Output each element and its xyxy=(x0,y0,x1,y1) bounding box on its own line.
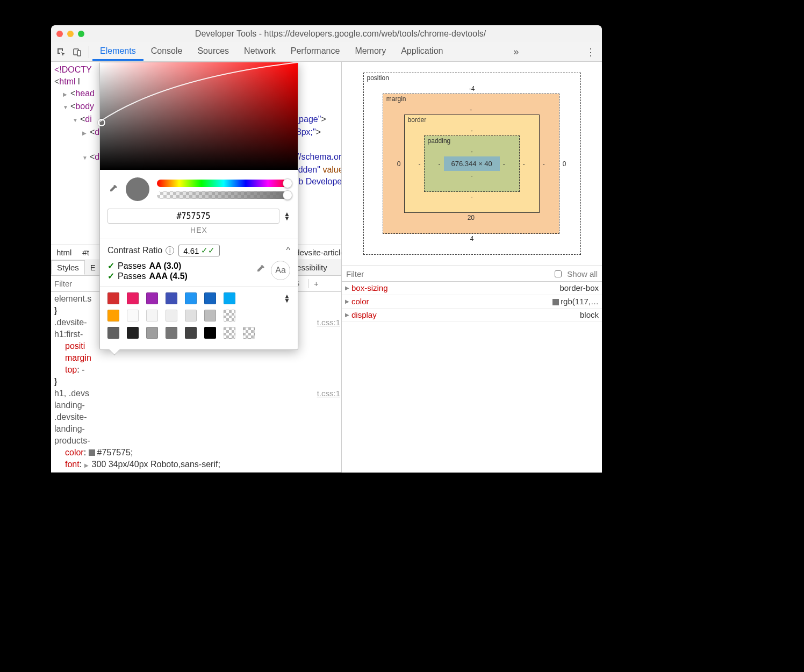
device-toggle-icon[interactable] xyxy=(70,45,84,59)
palette-swatch[interactable] xyxy=(185,292,197,304)
inspect-icon[interactable] xyxy=(54,45,68,59)
styles-filter-input[interactable] xyxy=(51,279,94,288)
passes-aa: ✓Passes AA (3.0) xyxy=(107,261,188,271)
tab-console[interactable]: Console xyxy=(143,43,190,61)
panel-tabs: Elements Console Sources Network Perform… xyxy=(92,43,450,61)
hex-input[interactable] xyxy=(107,209,279,224)
palette-swatch[interactable] xyxy=(224,327,235,339)
right-pane: position -4 margin - 0 border - - xyxy=(341,62,602,473)
content-area: <!DOCTY <html l ▶<head ▼<body ▼<di id="t… xyxy=(51,62,602,473)
color-handle[interactable] xyxy=(98,119,105,126)
hue-slider[interactable] xyxy=(157,180,290,187)
palette-swatch[interactable] xyxy=(185,310,197,321)
tab-sources[interactable]: Sources xyxy=(190,43,236,61)
palette-swatch[interactable] xyxy=(166,310,177,321)
box-content: 676.344 × 40 xyxy=(444,156,500,171)
color-field[interactable] xyxy=(100,62,298,170)
palette-swatch[interactable] xyxy=(127,327,139,339)
palette: ▲▼ xyxy=(100,287,298,349)
crumb[interactable]: #t xyxy=(77,246,95,259)
dom-doctype: <!DOCTY xyxy=(54,65,92,74)
color-picker-popover: ▲▼ HEX Contrast Ratio i 4.61 ✓✓ ^ ✓Passe… xyxy=(99,62,298,350)
computed-filter-input[interactable] xyxy=(346,269,549,278)
palette-swatch[interactable] xyxy=(107,327,119,339)
show-all-label: Show all xyxy=(567,269,598,278)
palette-swatch[interactable] xyxy=(146,292,158,304)
tab-performance[interactable]: Performance xyxy=(283,43,348,61)
tab-application[interactable]: Application xyxy=(393,43,450,61)
pick-bg-color-icon[interactable] xyxy=(255,264,265,277)
color-swatch-icon xyxy=(552,299,559,305)
palette-switcher-icon[interactable]: ▲▼ xyxy=(284,294,290,303)
tab-elements[interactable]: Elements xyxy=(92,43,143,61)
color-value-row: ▲▼ HEX xyxy=(100,209,298,239)
main-toolbar: Elements Console Sources Network Perform… xyxy=(51,42,602,62)
palette-swatch[interactable] xyxy=(204,310,216,321)
computed-list[interactable]: ▶box-sizingborder-box ▶colorrgb(117,… ▶d… xyxy=(342,282,602,322)
computed-filter-bar: Show all xyxy=(342,266,602,282)
subtab-styles[interactable]: Styles xyxy=(51,260,85,275)
alpha-slider[interactable] xyxy=(157,191,290,199)
palette-swatch[interactable] xyxy=(204,327,216,339)
new-style-rule-icon[interactable]: + xyxy=(308,279,324,288)
palette-swatch[interactable] xyxy=(146,327,158,339)
close-icon[interactable] xyxy=(56,31,63,37)
palette-swatch[interactable] xyxy=(185,327,197,339)
hue-thumb[interactable] xyxy=(283,178,292,188)
more-tabs-icon[interactable]: » xyxy=(509,46,523,58)
palette-swatch[interactable] xyxy=(243,327,255,339)
palette-swatch[interactable] xyxy=(166,327,177,339)
tab-memory[interactable]: Memory xyxy=(347,43,393,61)
show-all-checkbox[interactable] xyxy=(555,270,562,277)
color-swatch-icon[interactable] xyxy=(89,449,95,456)
traffic-lights xyxy=(56,31,84,37)
svg-rect-1 xyxy=(77,51,81,56)
check-icon: ✓ xyxy=(107,271,114,281)
left-pane: <!DOCTY <html l ▶<head ▼<body ▼<di id="t… xyxy=(51,62,341,473)
contrast-line-icon xyxy=(100,62,298,170)
text-sample-icon[interactable]: Aa xyxy=(271,261,290,280)
palette-swatch[interactable] xyxy=(224,292,235,304)
zoom-icon[interactable] xyxy=(78,31,84,37)
expand-icon[interactable]: ▶ xyxy=(345,309,349,321)
palette-swatch[interactable] xyxy=(204,292,216,304)
contrast-ratio-value: 4.61 ✓✓ xyxy=(178,245,220,256)
palette-swatch[interactable] xyxy=(127,292,139,304)
sliders xyxy=(157,180,290,199)
format-label: HEX xyxy=(190,226,207,234)
palette-swatch[interactable] xyxy=(107,292,119,304)
palette-swatch[interactable] xyxy=(107,310,119,321)
tab-network[interactable]: Network xyxy=(236,43,283,61)
contrast-ratio-label: Contrast Ratio xyxy=(107,246,162,255)
collapse-icon[interactable]: ^ xyxy=(286,246,290,255)
palette-swatch[interactable] xyxy=(127,310,139,321)
palette-swatch[interactable] xyxy=(146,310,158,321)
crumb[interactable]: html xyxy=(51,246,77,259)
passes-aaa: ✓Passes AAA (4.5) xyxy=(107,271,188,281)
devtools-window: Developer Tools - https://developers.goo… xyxy=(51,25,602,473)
eyedropper-icon[interactable] xyxy=(107,184,118,195)
expand-icon[interactable]: ▶ xyxy=(345,295,349,308)
check-icon: ✓ xyxy=(107,261,114,271)
format-switcher-icon[interactable]: ▲▼ xyxy=(284,212,290,220)
current-color-swatch xyxy=(126,177,149,201)
minimize-icon[interactable] xyxy=(67,31,74,37)
picker-controls xyxy=(100,170,298,209)
box-model: position -4 margin - 0 border - - xyxy=(342,62,602,266)
kebab-menu-icon[interactable]: ⋮ xyxy=(582,46,600,58)
contrast-section: Contrast Ratio i 4.61 ✓✓ ^ ✓Passes AA (3… xyxy=(100,239,298,287)
expand-icon[interactable]: ▶ xyxy=(345,282,349,295)
info-icon[interactable]: i xyxy=(166,246,174,255)
divider xyxy=(89,46,89,58)
subtab-next[interactable]: E xyxy=(85,261,101,274)
palette-swatch[interactable] xyxy=(166,292,177,304)
titlebar: Developer Tools - https://developers.goo… xyxy=(51,25,602,42)
alpha-thumb[interactable] xyxy=(283,190,292,200)
palette-swatch[interactable] xyxy=(224,310,235,321)
window-title: Developer Tools - https://developers.goo… xyxy=(84,29,597,39)
